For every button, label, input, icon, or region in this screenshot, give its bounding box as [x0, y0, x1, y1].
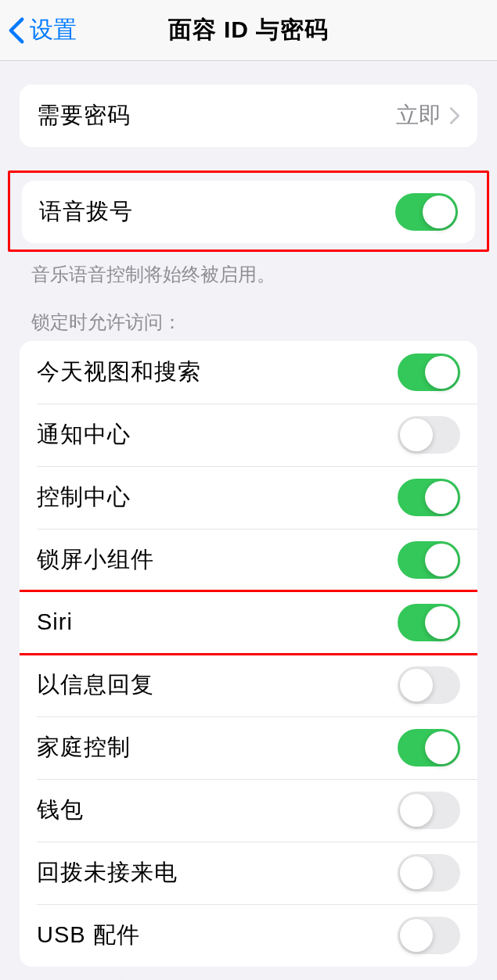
lock-access-toggle[interactable] [398, 792, 460, 829]
lock-access-row: 通知中心 [20, 404, 477, 466]
lock-access-row: 家庭控制 [20, 716, 477, 779]
lock-access-item-label: 控制中心 [37, 482, 131, 513]
lock-access-toggle[interactable] [398, 416, 460, 454]
lock-access-footer: iPhone 锁定超过一小时后，需先解锁 iPhone 才能允许 USB 配件连… [0, 967, 497, 980]
voice-dial-group: 语音拨号 [22, 181, 475, 243]
lock-access-item-label: 今天视图和搜索 [37, 357, 201, 388]
lock-access-header: 锁定时允许访问： [0, 288, 497, 341]
lock-access-row: 钱包 [20, 779, 477, 842]
voice-dial-row: 语音拨号 [22, 181, 475, 243]
require-passcode-label: 需要密码 [37, 100, 131, 131]
lock-access-toggle[interactable] [398, 604, 460, 641]
lock-access-row: 控制中心 [20, 466, 477, 529]
lock-access-item-label: 通知中心 [37, 419, 131, 451]
lock-access-toggle[interactable] [398, 854, 460, 892]
nav-bar: 设置 面容 ID 与密码 [0, 0, 497, 61]
lock-access-row: 今天视图和搜索 [20, 341, 477, 404]
require-passcode-value: 立即 [396, 100, 441, 131]
lock-access-item-label: 钱包 [37, 795, 84, 826]
lock-access-item-label: 锁屏小组件 [37, 544, 154, 576]
chevron-left-icon [8, 16, 25, 45]
voice-dial-label: 语音拨号 [39, 196, 133, 228]
voice-dial-highlight: 语音拨号 [8, 171, 489, 252]
lock-access-row: Siri [20, 591, 477, 654]
voice-dial-toggle[interactable] [395, 193, 458, 231]
lock-access-toggle[interactable] [398, 729, 460, 766]
lock-access-item-label: 以信息回复 [37, 669, 154, 701]
require-passcode-row[interactable]: 需要密码 立即 [20, 84, 477, 147]
lock-access-toggle[interactable] [398, 666, 460, 704]
lock-access-toggle[interactable] [398, 479, 460, 516]
chevron-right-icon [449, 106, 460, 125]
lock-access-row: 以信息回复 [20, 654, 477, 716]
lock-access-row: 回拨未接来电 [20, 842, 477, 904]
back-button[interactable]: 设置 [8, 14, 77, 46]
lock-access-item-label: 回拨未接来电 [37, 857, 178, 888]
lock-access-toggle[interactable] [398, 917, 460, 954]
lock-access-item-label: Siri [37, 609, 73, 635]
lock-access-toggle[interactable] [398, 541, 460, 579]
lock-access-item-label: USB 配件 [37, 920, 140, 951]
passcode-group: 需要密码 立即 [20, 84, 477, 147]
lock-access-toggle[interactable] [398, 354, 460, 391]
lock-access-group: 今天视图和搜索通知中心控制中心锁屏小组件Siri以信息回复家庭控制钱包回拨未接来… [20, 341, 477, 967]
voice-dial-footer: 音乐语音控制将始终被启用。 [0, 252, 497, 288]
back-label: 设置 [30, 14, 77, 46]
lock-access-row: 锁屏小组件 [20, 529, 477, 591]
lock-access-row: USB 配件 [20, 904, 477, 967]
page-title: 面容 ID 与密码 [168, 14, 330, 46]
lock-access-item-label: 家庭控制 [37, 732, 131, 763]
